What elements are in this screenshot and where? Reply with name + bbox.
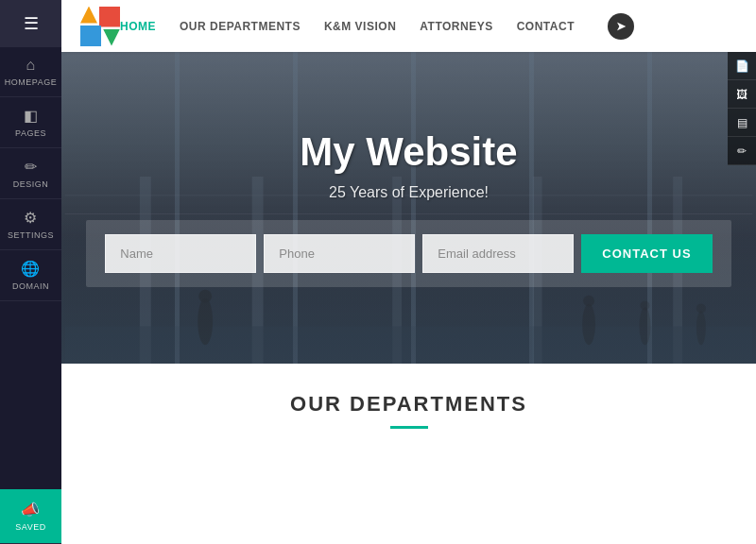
hero-section: My Website 25 Years of Experience! CONTA…	[61, 52, 756, 364]
sidebar-item-domain[interactable]: 🌐 DOMAIN	[0, 250, 61, 301]
navbar: HOME OUR DEPARTMENTS K&M VISION ATTORNEY…	[61, 0, 756, 52]
svg-point-15	[696, 304, 706, 314]
email-input[interactable]	[422, 234, 574, 273]
hamburger-icon: ☰	[24, 13, 39, 34]
hero-title: My Website	[300, 129, 517, 175]
logo	[80, 7, 120, 46]
sidebar-item-settings-label: SETTINGS	[8, 230, 54, 240]
sidebar-item-homepage[interactable]: ⌂ HOMEPAGE	[0, 47, 61, 97]
toolbar-btn-layout[interactable]: ▤	[728, 109, 756, 137]
logo-red	[99, 7, 120, 27]
phone-input[interactable]	[264, 234, 415, 273]
right-toolbar: 📄 🖼 ▤ ✏	[728, 52, 756, 165]
saved-icon: 📣	[21, 501, 41, 518]
hero-subtitle: 25 Years of Experience!	[300, 184, 517, 201]
nav-item-vision[interactable]: K&M VISION	[324, 20, 396, 33]
file-icon: 📄	[735, 60, 749, 73]
sidebar-item-saved[interactable]: 📣 Saved	[0, 489, 61, 544]
sidebar-item-homepage-label: HOMEPAGE	[5, 77, 57, 87]
layout-icon: ▤	[737, 116, 747, 129]
sidebar: ☰ ⌂ HOMEPAGE ◧ PAGES ✏ DESIGN ⚙ SETTINGS…	[0, 0, 61, 544]
menu-toggle-button[interactable]: ☰	[0, 0, 61, 47]
nav-item-departments[interactable]: OUR DEPARTMENTS	[180, 20, 301, 33]
toolbar-btn-edit[interactable]: ✏	[728, 137, 756, 165]
departments-section: OUR DEPARTMENTS	[61, 364, 756, 448]
departments-title: OUR DEPARTMENTS	[80, 392, 737, 416]
svg-point-9	[198, 290, 212, 303]
design-icon: ✏	[25, 158, 38, 176]
sidebar-item-pages[interactable]: ◧ PAGES	[0, 97, 61, 148]
nav-item-attorneys[interactable]: ATTORNEYS	[420, 20, 492, 33]
sidebar-item-saved-label: Saved	[15, 522, 45, 532]
toolbar-btn-file[interactable]: 📄	[728, 52, 756, 80]
sidebar-item-settings[interactable]: ⚙ SETTINGS	[0, 199, 61, 250]
home-icon: ⌂	[26, 57, 35, 74]
nav-menu: HOME OUR DEPARTMENTS K&M VISION ATTORNEY…	[120, 13, 634, 40]
arrow-icon: ➤	[616, 20, 626, 33]
image-icon: 🖼	[736, 88, 747, 101]
contact-us-button[interactable]: CONTACT US	[581, 234, 712, 273]
svg-point-14	[696, 312, 706, 346]
pages-icon: ◧	[24, 107, 39, 125]
toolbar-btn-image[interactable]: 🖼	[728, 80, 756, 109]
sidebar-item-design-label: DESIGN	[13, 179, 49, 189]
svg-point-10	[582, 304, 595, 346]
logo-green	[103, 29, 120, 46]
svg-point-13	[641, 301, 650, 311]
name-input[interactable]	[105, 234, 256, 273]
sidebar-item-domain-label: DOMAIN	[12, 281, 49, 291]
nav-arrow-button[interactable]: ➤	[608, 13, 634, 40]
sidebar-item-pages-label: PAGES	[15, 128, 46, 138]
domain-icon: 🌐	[21, 260, 41, 278]
nav-item-contact[interactable]: CONTACT	[517, 20, 575, 33]
main-content: HOME OUR DEPARTMENTS K&M VISION ATTORNEY…	[61, 0, 756, 544]
nav-item-home[interactable]: HOME	[120, 20, 156, 33]
settings-icon: ⚙	[24, 209, 38, 227]
hero-form: CONTACT US	[86, 220, 730, 287]
svg-point-8	[198, 298, 213, 346]
sidebar-item-design[interactable]: ✏ DESIGN	[0, 148, 61, 199]
hero-content: My Website 25 Years of Experience!	[300, 129, 517, 201]
departments-underline	[390, 426, 428, 429]
svg-point-12	[640, 308, 651, 346]
logo-blue	[80, 26, 101, 46]
svg-point-11	[583, 296, 594, 307]
edit-icon: ✏	[737, 144, 747, 158]
logo-yellow	[80, 7, 97, 24]
